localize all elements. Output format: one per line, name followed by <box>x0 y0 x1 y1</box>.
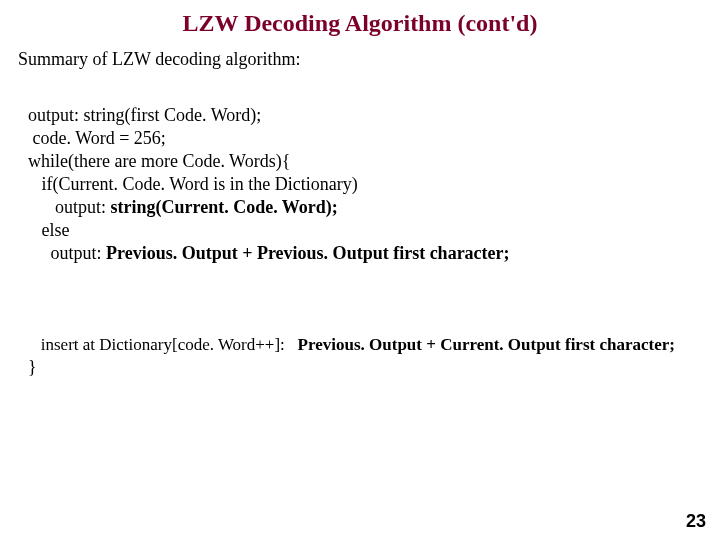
close-brace: } <box>28 357 720 378</box>
insert-b: Previous. Output + Current. Output first… <box>298 335 675 354</box>
code-line-4: if(Current. Code. Word is in the Diction… <box>28 174 358 194</box>
code-line-2: code. Word = 256; <box>28 128 166 148</box>
slide: LZW Decoding Algorithm (cont'd) Summary … <box>0 0 720 540</box>
pseudocode-block: output: string(first Code. Word); code. … <box>28 104 720 265</box>
code-line-7a: output: <box>28 243 106 263</box>
code-line-5a: output: <box>28 197 111 217</box>
insert-a: insert at Dictionary[code. Word++]: <box>28 335 298 354</box>
code-line-5b: string(Current. Code. Word); <box>111 197 338 217</box>
page-number: 23 <box>686 511 706 532</box>
code-line-7b: Previous. Output + Previous. Output firs… <box>106 243 510 263</box>
code-line-6: else <box>28 220 69 240</box>
code-line-1: output: string(first Code. Word); <box>28 105 261 125</box>
code-line-3: while(there are more Code. Words){ <box>28 151 290 171</box>
summary-line: Summary of LZW decoding algorithm: <box>18 49 720 70</box>
insert-line: insert at Dictionary[code. Word++]: Prev… <box>28 335 720 355</box>
slide-title: LZW Decoding Algorithm (cont'd) <box>0 0 720 37</box>
